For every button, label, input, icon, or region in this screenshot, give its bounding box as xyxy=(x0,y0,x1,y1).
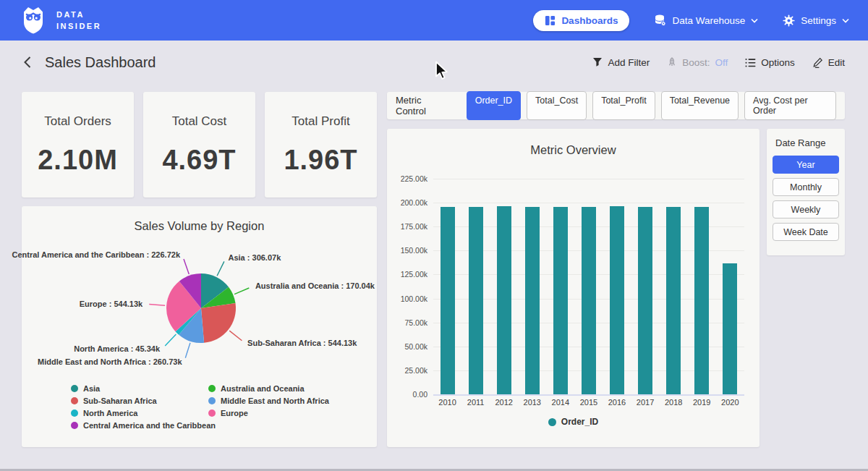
nav-settings-label: Settings xyxy=(801,15,836,26)
owl-logo-icon xyxy=(19,5,48,35)
legend-item-asia[interactable]: Asia xyxy=(71,384,208,393)
options-list-icon xyxy=(745,58,756,67)
bar-2010 xyxy=(441,207,455,394)
bar-2018 xyxy=(666,207,681,394)
legend-label: North America xyxy=(83,409,137,417)
date-range-week-date[interactable]: Week Date xyxy=(773,223,839,241)
legend-label: Order_ID xyxy=(561,417,598,427)
add-filter-button[interactable]: Add Filter xyxy=(592,57,650,68)
boost-label: Boost: xyxy=(682,57,710,68)
page-header: Sales Dashboard Add Filter Boost: Off xyxy=(0,41,868,84)
bar-chart-title: Metric Overview xyxy=(387,143,760,157)
x-tick-label: 2019 xyxy=(688,398,715,407)
y-tick-label: 125.00k xyxy=(390,270,427,279)
edit-button[interactable]: Edit xyxy=(812,57,845,68)
date-range-monthly[interactable]: Monthly xyxy=(773,178,839,196)
brand[interactable]: DATA INSIDER xyxy=(19,5,101,35)
date-range-weekly[interactable]: Weekly xyxy=(773,200,839,218)
dashboards-grid-icon xyxy=(545,15,556,26)
filter-funnel-icon xyxy=(592,57,603,67)
pie-callout-line xyxy=(149,305,165,306)
metric-chip-order-id[interactable]: Order_ID xyxy=(467,91,521,120)
x-tick-label: 2013 xyxy=(519,398,546,407)
pie-label-sub-saharan-africa: Sub-Saharan Africa : 544.13k xyxy=(247,339,357,347)
legend-order-id[interactable]: Order_ID xyxy=(387,417,760,427)
y-tick-label: 50.00k xyxy=(390,342,427,351)
pie-slice-sub-saharan-africa xyxy=(201,303,236,343)
pie-callout-line xyxy=(184,259,189,274)
metric-chip-total-profit[interactable]: Total_Profit xyxy=(592,91,655,120)
legend-item-central-america-and-the-caribbean[interactable]: Central America and the Caribbean xyxy=(71,421,208,430)
bar-slot xyxy=(631,179,660,394)
gridline xyxy=(433,394,744,396)
bar-2015 xyxy=(582,207,596,394)
legend-dot xyxy=(71,422,78,429)
bar-2019 xyxy=(694,207,709,394)
chevron-down-icon xyxy=(751,18,758,23)
pie-callout-line xyxy=(165,334,176,346)
date-range-buttons: YearMonthlyWeeklyWeek Date xyxy=(773,156,839,241)
kpi-value: 2.10M xyxy=(38,145,118,176)
bar-slot xyxy=(716,179,744,394)
pie-callout-line xyxy=(185,343,190,358)
metric-chip-group: Order_IDTotal_CostTotal_ProfitTotal_Reve… xyxy=(467,91,836,120)
bar-2013 xyxy=(525,207,540,394)
pie-callout-line xyxy=(234,288,249,294)
y-tick-label: 225.00k xyxy=(390,174,427,183)
legend-item-north-america[interactable]: North America xyxy=(71,409,208,417)
legend-label: Sub-Saharan Africa xyxy=(83,396,157,405)
pie-label-central-america-and-the-caribbean: Central America and the Caribbean : 226.… xyxy=(12,250,180,259)
metric-chip-avg-cost-per-order[interactable]: Avg. Cost per Order xyxy=(744,91,836,120)
pie-legend-column: AsiaSub-Saharan AfricaNorth AmericaCentr… xyxy=(71,384,208,430)
bar-slot xyxy=(688,179,716,394)
y-tick-label: 200.00k xyxy=(390,198,427,207)
bar-slot xyxy=(518,179,546,394)
top-navbar: DATA INSIDER Dashboards Data Warehouse xyxy=(0,0,868,41)
metric-chip-total-revenue[interactable]: Total_Revenue xyxy=(661,91,739,120)
date-range-year[interactable]: Year xyxy=(773,156,839,174)
brand-name: DATA INSIDER xyxy=(56,9,101,33)
bar-2011 xyxy=(469,207,483,394)
legend-dot xyxy=(548,418,556,426)
metric-chip-total-cost[interactable]: Total_Cost xyxy=(527,91,587,120)
bar-slot xyxy=(660,179,688,394)
bar-slot xyxy=(433,179,461,394)
legend-item-australia-and-oceania[interactable]: Australia and Oceania xyxy=(208,384,329,393)
kpi-card-total-cost: Total Cost 4.69T xyxy=(143,92,255,198)
legend-label: Australia and Oceania xyxy=(221,384,305,393)
kpi-card-total-profit: Total Profit 1.96T xyxy=(265,92,377,198)
pie-label-north-america: North America : 45.34k xyxy=(74,344,161,353)
boost-toggle[interactable]: Boost: Off xyxy=(667,57,728,68)
bar-plot-area xyxy=(433,179,744,394)
kpi-label: Total Profit xyxy=(292,114,349,129)
legend-item-europe[interactable]: Europe xyxy=(208,409,329,417)
bar-slot xyxy=(603,179,631,394)
pie-label-asia: Asia : 306.07k xyxy=(229,253,282,262)
x-axis-labels: 2010201120122013201420152016201720182019… xyxy=(433,398,744,407)
y-tick-label: 75.00k xyxy=(390,318,427,327)
bar-slot xyxy=(490,179,518,394)
nav-dashboards-button[interactable]: Dashboards xyxy=(533,10,629,31)
nav-data-warehouse-menu[interactable]: Data Warehouse xyxy=(654,14,758,26)
pie-chart: Asia : 306.07kAustralia and Oceania : 17… xyxy=(22,244,377,381)
x-tick-label: 2016 xyxy=(603,398,631,407)
nav-settings-menu[interactable]: Settings xyxy=(783,14,849,27)
legend-item-middle-east-and-north-africa[interactable]: Middle East and North Africa xyxy=(208,396,329,405)
kpi-label: Total Orders xyxy=(44,114,111,129)
legend-label: Central America and the Caribbean xyxy=(83,421,216,430)
legend-dot xyxy=(208,385,216,392)
x-tick-label: 2017 xyxy=(631,398,659,407)
x-tick-label: 2014 xyxy=(547,398,574,407)
options-button[interactable]: Options xyxy=(745,57,795,68)
page-title: Sales Dashboard xyxy=(45,54,156,71)
bar-slot xyxy=(546,179,574,394)
back-button[interactable] xyxy=(23,56,32,69)
pie-label-australia-and-oceania: Australia and Oceania : 170.04k xyxy=(255,281,375,290)
pie-callout-line xyxy=(229,331,242,341)
legend-dot xyxy=(71,410,78,417)
y-tick-label: 25.00k xyxy=(390,366,427,375)
legend-label: Europe xyxy=(221,409,248,417)
boost-state: Off xyxy=(715,57,728,68)
y-tick-label: 150.00k xyxy=(390,246,427,255)
legend-item-sub-saharan-africa[interactable]: Sub-Saharan Africa xyxy=(71,396,208,405)
